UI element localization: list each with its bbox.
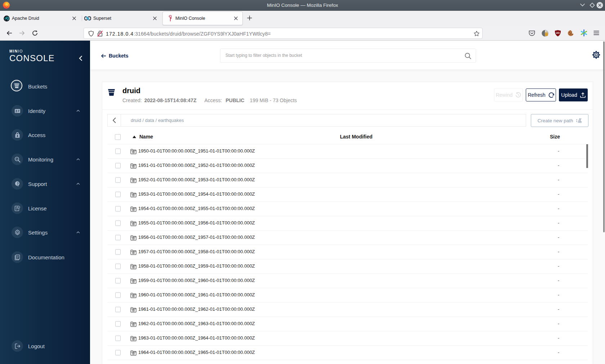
svg-text:UO: UO <box>556 32 560 34</box>
